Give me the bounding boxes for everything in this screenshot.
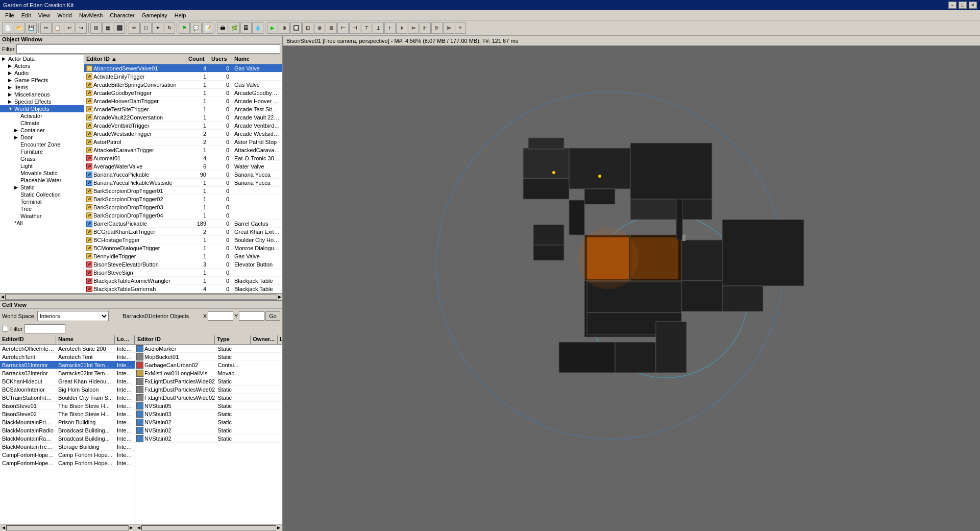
obj-list-row[interactable]: W ActivateEmilyTrigger 1 0 [84, 73, 282, 81]
menu-help[interactable]: Help [172, 11, 189, 19]
toolbar-b7[interactable]: ⊣ [349, 22, 360, 34]
toolbar-grid[interactable]: ⊞ [90, 22, 102, 34]
cell-list-row[interactable]: BisonSteve01 The Bison Steve H... Interi… [0, 402, 135, 410]
menu-world[interactable]: World [54, 11, 75, 19]
tree-item-special-effects[interactable]: ▶ Special Effects [0, 98, 84, 105]
cell-list-row[interactable]: BlackMountainRadio Broadcast Building...… [0, 426, 135, 435]
obj-list-row[interactable]: W ArcadeVentbirdTrigger 1 0 Arcade Ventb… [84, 122, 282, 130]
obj-list-row[interactable]: W AbandonedSewerValve01 4 0 Gas Valve [84, 64, 282, 73]
tree-item-actors[interactable]: ▶ Actors [0, 62, 84, 69]
right-col-h-type[interactable]: Type [215, 335, 251, 344]
menu-file[interactable]: File [2, 11, 17, 19]
toolbar-b11[interactable]: ⊧ [396, 22, 407, 34]
obj-list-row[interactable]: W BlackjackTableAtomicWrangler 1 0 Black… [84, 277, 282, 285]
obj-list-row[interactable]: W BCGreatKhanExitTrigger 2 0 Great Khan … [84, 228, 282, 236]
toolbar-draw[interactable]: ✏ [129, 22, 140, 34]
cell-list-row[interactable]: BlackMountainTreas... Storage Building I… [0, 443, 135, 451]
right-list-body[interactable]: AudioMarker Static MopBucket01 Static Ga… [135, 345, 282, 524]
right-list-row[interactable]: NVStain05 Static [135, 402, 282, 410]
toolbar-b9[interactable]: ⊥ [373, 22, 384, 34]
toolbar-b5[interactable]: ⊠ [326, 22, 337, 34]
tree-item-world-objects[interactable]: ▼ World Objects [0, 105, 84, 112]
obj-col-header-users[interactable]: Users [209, 55, 232, 64]
obj-list-row[interactable]: W BarkScorpionDropTrigger03 1 0 [84, 203, 282, 211]
toolbar-select[interactable]: ◻ [140, 22, 152, 34]
menu-edit[interactable]: Edit [18, 11, 34, 19]
tree-item-tree[interactable]: Tree [0, 205, 84, 212]
toolbar-b12[interactable]: ⊨ [408, 22, 419, 34]
tree-item-light[interactable]: Light [0, 162, 84, 170]
toolbar-b13[interactable]: ⊩ [420, 22, 431, 34]
obj-col-header-name[interactable]: Name [232, 55, 282, 64]
tree-item-container[interactable]: ▶ Container [0, 127, 84, 134]
cell-list-row[interactable]: Barracks02Interior Barracks02Int Tem... … [0, 369, 135, 377]
toolbar-wire[interactable]: ▦ [102, 22, 113, 34]
cell-list-row[interactable]: BlackMountainRadio2 Broadcast Building..… [0, 435, 135, 443]
toolbar-b6[interactable]: ⊢ [337, 22, 349, 34]
tree-item-miscellaneous[interactable]: ▶ Miscellaneous [0, 91, 84, 98]
toolbar-green[interactable]: ▶ [267, 22, 278, 34]
right-list-row[interactable]: AudioMarker Static [135, 345, 282, 353]
tree-item-actor-data[interactable]: ▶ Actor Data [0, 55, 84, 62]
toolbar-b2[interactable]: 🔲 [290, 22, 302, 34]
tree-item-static[interactable]: ▶ Static [0, 184, 84, 191]
tree-item-door[interactable]: ▶ Door [0, 134, 84, 141]
right-col-h-lock[interactable]: Lock I ▲ [278, 335, 282, 344]
tree-item-items[interactable]: ▶ Items [0, 84, 84, 91]
right-list-row[interactable]: NVStain03 Static [135, 410, 282, 418]
cell-hscroll-right-track[interactable] [141, 525, 276, 530]
tree-item-game-effects[interactable]: ▶ Game Effects [0, 77, 84, 84]
obj-col-header-id[interactable]: Editor ID ▲ [84, 55, 186, 64]
toolbar-new[interactable]: 📄 [2, 22, 13, 34]
cell-list-body[interactable]: AerotechOfficeInterio... Aerotech Suite … [0, 345, 135, 524]
toolbar-b3[interactable]: ⊡ [302, 22, 313, 34]
tree-item-furniture[interactable]: Furniture [0, 148, 84, 155]
toolbar-copy[interactable]: 📋 [52, 22, 63, 34]
obj-list-body[interactable]: W AbandonedSewerValve01 4 0 Gas Valve W … [84, 64, 282, 293]
hscroll-left-arrow[interactable]: ◀ [0, 295, 5, 299]
obj-list-row[interactable]: W BarkScorpionDropTrigger01 1 0 [84, 187, 282, 195]
toolbar-save[interactable]: 💾 [26, 22, 37, 34]
tree-item-terminal[interactable]: Terminal [0, 198, 84, 205]
cell-col-h-id[interactable]: EditorID [0, 335, 56, 344]
obj-list-row[interactable]: W BCMonroeDialogueTrigger 1 0 Monroe Dia… [84, 244, 282, 252]
toolbar-script[interactable]: 📝 [202, 22, 213, 34]
toolbar-solid[interactable]: ⬛ [114, 22, 125, 34]
obj-list-row[interactable]: W AttackedCaravanTrigger 1 0 AttackedCar… [84, 146, 282, 154]
tree-item-static-collection[interactable]: Static Collection [0, 191, 84, 198]
cell-list-row[interactable]: AerotechOfficeInterio... Aerotech Suite … [0, 345, 135, 353]
right-list-row[interactable]: GarbageCanUrban02 Contai... [135, 361, 282, 369]
tree-item-all[interactable]: *All [0, 220, 84, 227]
toolbar-dialog[interactable]: 💬 [190, 22, 202, 34]
cell-list-row[interactable]: BCSaloonInterior Big Hom Saloon Interior [0, 385, 135, 394]
obj-list-row[interactable]: W BCHostageTrigger 1 0 Boulder City Host… [84, 236, 282, 244]
toolbar-terrain[interactable]: 🏔 [217, 22, 228, 34]
toolbar-flag1[interactable]: ⚑ [179, 22, 190, 34]
obj-list-row[interactable]: W ArcadeWestsideTrigger 2 0 Arcade Wests… [84, 130, 282, 138]
world-space-select[interactable]: Interiors [37, 311, 109, 321]
obj-list-row[interactable]: W ArcadeVault22Conversation 1 0 Arcade V… [84, 113, 282, 122]
cell-filter-checkbox[interactable] [2, 326, 8, 332]
menu-character[interactable]: Character [107, 11, 137, 19]
right-list-row[interactable]: FxLightDustParticlesWide02 Static [135, 394, 282, 402]
y-input[interactable] [239, 311, 264, 321]
obj-list-row[interactable]: W BisonSteveElevatorButton 3 0 Elevator … [84, 260, 282, 269]
right-col-h-id[interactable]: Editor ID [135, 335, 215, 344]
obj-list-row[interactable]: W ArcadeGoodbyeTrigger 1 0 ArcadeGoodbye… [84, 89, 282, 97]
cell-col-h-loc[interactable]: Location ▲ [115, 335, 135, 344]
obj-list-row[interactable]: W BarrelCactusPickable 189 0 Barrel Cact… [84, 220, 282, 228]
tree-item-weather[interactable]: Weather [0, 212, 84, 220]
menu-view[interactable]: View [35, 11, 54, 19]
obj-col-header-count[interactable]: Count [186, 55, 209, 64]
toolbar-path[interactable]: 🛤 [240, 22, 252, 34]
tree-item-encounter-zone[interactable]: Encounter Zone [0, 141, 84, 148]
tree-item-placeable-water[interactable]: Placeable Water [0, 177, 84, 184]
cell-list-row[interactable]: Barracks01Interior Barracks01Int Tem... … [0, 361, 135, 369]
tree-item-climate[interactable]: Climate [0, 119, 84, 127]
hscroll-track[interactable] [5, 295, 277, 300]
cell-hscroll-right-left-arrow[interactable]: ◀ [136, 525, 141, 530]
obj-list-row[interactable]: W ArcadeTestSiteTrigger 1 0 Arcade Test … [84, 105, 282, 113]
cell-list-row[interactable]: CampForlornHope01 Camp Forlorn Hope... I… [0, 451, 135, 459]
cell-col-h-name[interactable]: Name [56, 335, 115, 344]
minimize-button[interactable]: − [948, 2, 957, 9]
